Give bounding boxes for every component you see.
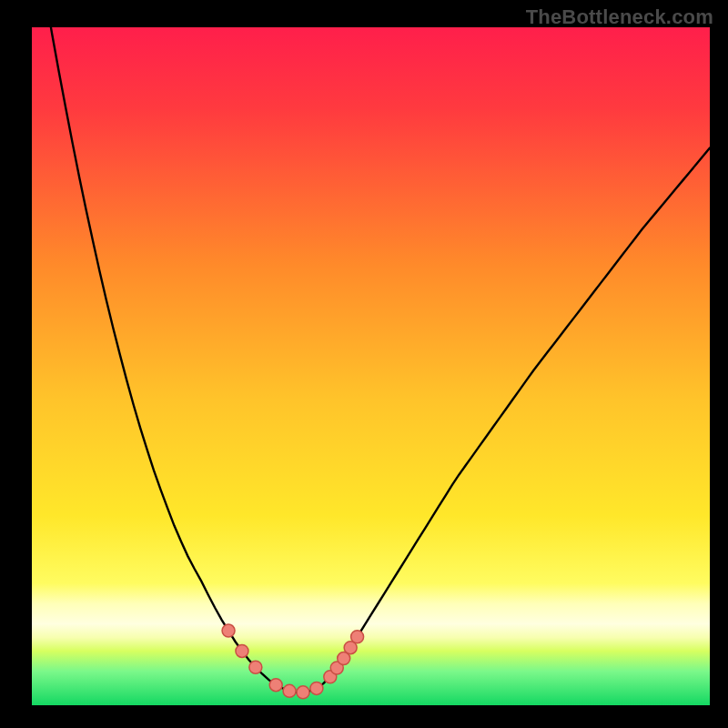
data-marker — [297, 686, 309, 699]
data-marker — [269, 679, 282, 692]
chart-frame: TheBottleneck.com — [0, 0, 728, 728]
data-marker — [310, 682, 323, 694]
data-marker — [351, 631, 364, 643]
watermark-text: TheBottleneck.com — [526, 5, 713, 29]
chart-svg — [32, 27, 710, 705]
data-marker — [222, 624, 235, 637]
data-marker — [236, 644, 248, 657]
plot-area — [32, 27, 710, 705]
gradient-background — [32, 27, 710, 705]
data-marker — [249, 661, 262, 673]
data-marker — [283, 684, 296, 697]
